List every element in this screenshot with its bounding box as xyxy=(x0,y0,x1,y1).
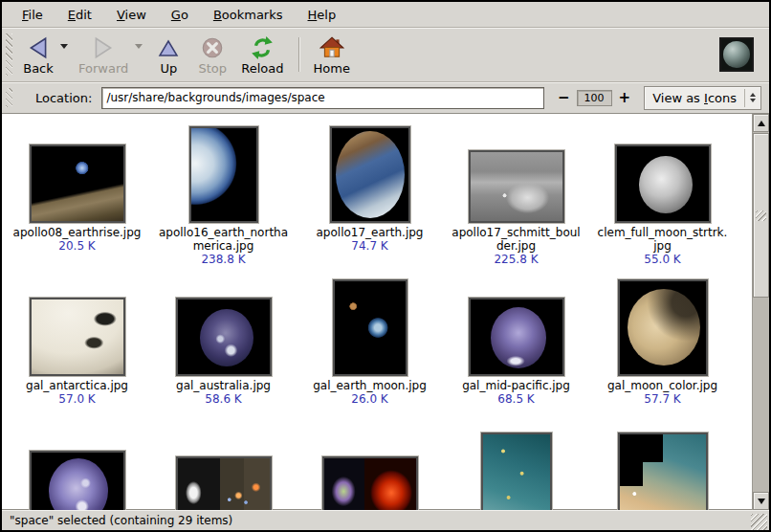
status-text: "space" selected (containing 29 items) xyxy=(10,514,232,527)
file-item[interactable] xyxy=(150,430,297,510)
status-bar: "space" selected (containing 29 items) xyxy=(2,510,769,530)
toolbar-separator xyxy=(298,37,299,72)
file-size: 225.8 K xyxy=(494,253,538,266)
thumbnail-image xyxy=(189,126,258,223)
content-area: apollo08_earthrise.jpg 20.5 K apollo16_e… xyxy=(2,114,769,510)
file-item[interactable] xyxy=(443,430,589,510)
scroll-down-icon xyxy=(758,499,765,508)
menubar: File Edit View Go Bookmarks Help xyxy=(2,2,769,28)
file-item[interactable]: clem_full_moon_strtrk. jpg 55.0 K xyxy=(589,123,736,277)
file-size: 74.7 K xyxy=(351,239,387,253)
file-size: 57.7 K xyxy=(644,392,680,406)
location-input[interactable] xyxy=(101,87,544,109)
file-name: apollo17_schmitt_boul der.jpg xyxy=(452,226,580,253)
file-item[interactable]: apollo08_earthrise.jpg 20.5 K xyxy=(4,123,150,277)
menu-edit[interactable]: Edit xyxy=(55,4,104,26)
thumbnail-image xyxy=(176,456,272,510)
file-item[interactable] xyxy=(297,430,443,510)
icon-row-3 xyxy=(4,430,752,510)
file-name: apollo17_earth.jpg xyxy=(317,226,424,239)
scroll-up-icon xyxy=(758,117,765,126)
view-as-dropdown[interactable]: View as Icons xyxy=(644,86,761,110)
reload-icon xyxy=(250,34,275,61)
file-size: 58.6 K xyxy=(205,392,241,406)
file-item[interactable]: gal_moon_color.jpg 57.7 K xyxy=(589,277,736,430)
file-item[interactable] xyxy=(4,430,150,510)
scrollbar-down-button[interactable] xyxy=(753,492,769,510)
file-item[interactable]: gal_antarctica.jpg 57.0 K xyxy=(4,277,150,430)
thumbnail-image xyxy=(30,298,125,376)
thumbnail-image xyxy=(469,298,564,376)
home-button[interactable]: Home xyxy=(308,32,356,78)
throbber-orb-icon xyxy=(723,41,750,68)
file-name: clem_full_moon_strtrk. jpg xyxy=(598,226,728,253)
icon-row-2: gal_antarctica.jpg 57.0 K gal_australia.… xyxy=(4,277,752,430)
file-item[interactable]: apollo17_schmitt_boul der.jpg 225.8 K xyxy=(443,123,589,277)
forward-history-dropdown-icon[interactable] xyxy=(135,44,143,53)
up-icon xyxy=(157,34,180,61)
thumbnail-image xyxy=(481,432,552,510)
file-name: gal_moon_color.jpg xyxy=(607,379,717,392)
reload-button[interactable]: Reload xyxy=(235,32,289,78)
stop-icon xyxy=(200,34,225,61)
scrollbar-thumb[interactable] xyxy=(753,133,769,298)
icon-row-1: apollo08_earthrise.jpg 20.5 K apollo16_e… xyxy=(4,123,752,277)
file-item[interactable]: apollo17_earth.jpg 74.7 K xyxy=(297,123,443,277)
thumbnail-image xyxy=(618,279,708,376)
zoom-level-indicator[interactable]: 100 xyxy=(577,90,612,106)
file-size: 26.0 K xyxy=(351,392,387,406)
file-size: 55.0 K xyxy=(644,253,680,266)
vertical-scrollbar[interactable] xyxy=(752,114,769,510)
home-icon xyxy=(319,34,344,61)
menu-file[interactable]: File xyxy=(10,4,55,26)
stop-button[interactable]: Stop xyxy=(191,32,233,78)
location-bar: Location: − 100 + View as Icons xyxy=(2,82,769,114)
zoom-controls: − 100 + xyxy=(556,89,632,106)
menu-view[interactable]: View xyxy=(104,4,159,26)
menu-go[interactable]: Go xyxy=(159,4,201,26)
file-size: 68.5 K xyxy=(497,392,534,406)
file-item[interactable]: gal_earth_moon.jpg 26.0 K xyxy=(297,277,443,430)
home-label: Home xyxy=(314,61,350,76)
file-name: gal_australia.jpg xyxy=(176,379,271,392)
forward-label: Forward xyxy=(78,61,128,76)
file-item[interactable]: apollo16_earth_northa merica.jpg 238.8 K xyxy=(150,123,297,277)
forward-button[interactable]: Forward xyxy=(73,32,134,78)
back-icon xyxy=(25,34,52,61)
file-item[interactable]: gal_australia.jpg 58.6 K xyxy=(150,277,297,430)
back-label: Back xyxy=(23,61,54,76)
file-size: 238.8 K xyxy=(201,253,245,266)
zoom-out-button[interactable]: − xyxy=(556,89,572,106)
file-manager-window: File Edit View Go Bookmarks Help Back Fo… xyxy=(0,0,771,532)
up-button[interactable]: Up xyxy=(147,32,189,78)
file-size: 57.0 K xyxy=(58,392,95,406)
window-resize-grip[interactable] xyxy=(751,514,767,530)
file-name: gal_earth_moon.jpg xyxy=(313,379,427,392)
file-item[interactable] xyxy=(589,430,736,510)
file-name: gal_mid-pacific.jpg xyxy=(462,379,570,392)
thumbnail-image xyxy=(30,144,125,223)
throbber-icon xyxy=(719,37,754,72)
view-as-label: View as Icons xyxy=(645,87,744,109)
icon-view[interactable]: apollo08_earthrise.jpg 20.5 K apollo16_e… xyxy=(2,114,752,510)
zoom-in-button[interactable]: + xyxy=(617,89,633,106)
file-item[interactable]: gal_mid-pacific.jpg 68.5 K xyxy=(443,277,589,430)
reload-label: Reload xyxy=(241,61,283,76)
back-button[interactable]: Back xyxy=(17,32,59,78)
back-history-dropdown-icon[interactable] xyxy=(60,44,68,53)
toolbar: Back Forward Up Stop xyxy=(2,28,769,82)
scrollbar-up-button[interactable] xyxy=(753,114,769,132)
file-name: apollo08_earthrise.jpg xyxy=(13,226,142,239)
thumbnail-image xyxy=(330,126,410,223)
view-as-arrows-icon xyxy=(745,87,760,109)
menu-bookmarks[interactable]: Bookmarks xyxy=(201,4,296,26)
thumbnail-image xyxy=(618,432,708,510)
location-bar-drag-handle[interactable] xyxy=(6,88,12,107)
file-size: 20.5 K xyxy=(58,239,95,253)
toolbar-drag-handle[interactable] xyxy=(6,33,12,76)
file-name: apollo16_earth_northa merica.jpg xyxy=(159,226,288,253)
up-label: Up xyxy=(160,61,177,76)
menu-help[interactable]: Help xyxy=(296,4,349,26)
thumbnail-image xyxy=(176,298,272,376)
thumbnail-image xyxy=(322,456,418,510)
